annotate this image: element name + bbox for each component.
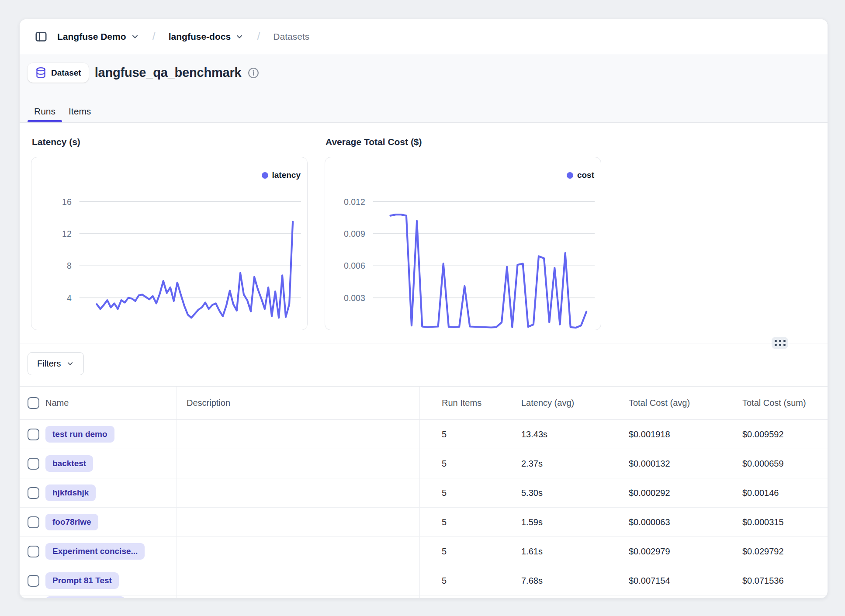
project-label: langfuse-docs bbox=[169, 31, 231, 42]
run-items-cell: 5 bbox=[420, 459, 499, 469]
legend-dot-icon bbox=[262, 172, 268, 179]
svg-text:8: 8 bbox=[67, 261, 72, 270]
legend-dot-icon bbox=[567, 172, 573, 179]
table-header: Name Description Run Items Latency (avg)… bbox=[20, 386, 828, 420]
cost-chart-svg: 0.0120.0090.0060.003 bbox=[325, 157, 601, 330]
column-header-total-cost-avg: Total Cost (avg) bbox=[607, 398, 720, 408]
run-name-badge[interactable]: test run demo bbox=[45, 426, 114, 443]
row-checkbox[interactable] bbox=[28, 458, 39, 470]
total-cost-avg-cell: $0.000292 bbox=[607, 488, 720, 498]
total-cost-sum-cell: $0.029792 bbox=[720, 547, 828, 557]
cost-chart: 0.0120.0090.0060.003 cost bbox=[325, 157, 601, 330]
row-checkbox[interactable] bbox=[28, 516, 39, 528]
column-header-latency-avg: Latency (avg) bbox=[499, 398, 607, 408]
dataset-badge-label: Dataset bbox=[51, 68, 81, 78]
run-name-badge[interactable]: foo78riwe bbox=[45, 514, 98, 530]
breadcrumb-workspace[interactable]: Langfuse Demo bbox=[57, 31, 139, 42]
run-items-cell: 5 bbox=[420, 517, 499, 527]
latency-legend: latency bbox=[262, 170, 301, 180]
tab-runs[interactable]: Runs bbox=[28, 106, 62, 122]
cost-chart-block: Average Total Cost ($) 0.0120.0090.0060.… bbox=[325, 137, 601, 343]
column-header-run-items: Run Items bbox=[420, 398, 499, 408]
latency-avg-cell: 5.30s bbox=[499, 488, 607, 498]
description-cell bbox=[177, 508, 420, 536]
total-cost-avg-cell: $0.000063 bbox=[607, 517, 720, 527]
filters-button-label: Filters bbox=[37, 359, 61, 369]
breadcrumb-section[interactable]: Datasets bbox=[273, 31, 309, 42]
description-cell bbox=[177, 420, 420, 449]
svg-text:4: 4 bbox=[67, 293, 72, 303]
charts-section: Latency (s) 161284 latency Average Total… bbox=[20, 123, 828, 343]
info-icon[interactable] bbox=[248, 67, 259, 79]
description-cell bbox=[177, 566, 420, 595]
breadcrumb-project[interactable]: langfuse-docs bbox=[169, 31, 244, 42]
run-name-badge[interactable] bbox=[45, 596, 125, 599]
row-checkbox[interactable] bbox=[28, 429, 39, 440]
workspace-label: Langfuse Demo bbox=[57, 31, 126, 42]
total-cost-avg-cell: $0.007154 bbox=[607, 576, 720, 586]
chevron-down-icon bbox=[131, 32, 139, 41]
tab-items[interactable]: Items bbox=[62, 106, 97, 122]
latency-chart-svg: 161284 bbox=[31, 157, 307, 330]
tab-bar: Runs Items bbox=[28, 106, 97, 122]
total-cost-avg-cell: $0.000132 bbox=[607, 459, 720, 469]
svg-text:0.003: 0.003 bbox=[344, 293, 365, 303]
table-row[interactable]: backtest 5 2.37s $0.000132 $0.000659 bbox=[20, 449, 828, 478]
table-row[interactable]: test run demo 5 13.43s $0.001918 $0.0095… bbox=[20, 420, 828, 449]
run-name-badge[interactable]: Prompt 81 Test bbox=[45, 572, 119, 589]
table-row[interactable]: Prompt 81 Test 5 7.68s $0.007154 $0.0715… bbox=[20, 566, 828, 595]
run-items-cell: 5 bbox=[420, 547, 499, 557]
column-header-name: Name bbox=[45, 398, 69, 408]
svg-text:0.012: 0.012 bbox=[344, 197, 365, 207]
latency-avg-cell: 7.68s bbox=[499, 576, 607, 586]
chevron-down-icon bbox=[235, 32, 244, 41]
total-cost-avg-cell: $0.002979 bbox=[607, 547, 720, 557]
total-cost-sum-cell: $0.071536 bbox=[720, 576, 828, 586]
row-checkbox[interactable] bbox=[28, 546, 39, 557]
latency-chart-title: Latency (s) bbox=[32, 137, 308, 147]
total-cost-sum-cell: $0.000659 bbox=[720, 459, 828, 469]
breadcrumb-separator: / bbox=[253, 30, 263, 43]
latency-avg-cell: 1.61s bbox=[499, 547, 607, 557]
table-row[interactable]: hjkfdshjk 5 5.30s $0.000292 $0.00146 bbox=[20, 478, 828, 508]
column-header-description: Description bbox=[177, 387, 420, 419]
sidebar-toggle-icon[interactable] bbox=[35, 30, 48, 43]
total-cost-sum-cell: $0.009592 bbox=[720, 429, 828, 440]
run-name-badge[interactable]: backtest bbox=[45, 455, 93, 472]
svg-text:0.009: 0.009 bbox=[344, 229, 365, 239]
latency-avg-cell: 1.59s bbox=[499, 517, 607, 527]
table-row-partial[interactable] bbox=[20, 595, 828, 599]
description-cell bbox=[177, 449, 420, 478]
row-checkbox[interactable] bbox=[28, 575, 39, 587]
cost-legend: cost bbox=[567, 170, 594, 180]
table-row[interactable]: foo78riwe 5 1.59s $0.000063 $0.000315 bbox=[20, 508, 828, 537]
legend-label: cost bbox=[577, 170, 594, 180]
latency-avg-cell: 13.43s bbox=[499, 429, 607, 440]
database-icon bbox=[35, 67, 47, 79]
filters-button[interactable]: Filters bbox=[28, 352, 84, 375]
description-cell bbox=[177, 537, 420, 566]
total-cost-avg-cell: $0.001918 bbox=[607, 429, 720, 440]
dataset-header: Dataset langfuse_qa_benchmark Runs Items bbox=[20, 54, 828, 123]
run-items-cell: 5 bbox=[420, 576, 499, 586]
latency-chart-block: Latency (s) 161284 latency bbox=[31, 137, 308, 343]
dataset-badge: Dataset bbox=[28, 63, 89, 83]
legend-label: latency bbox=[272, 170, 301, 180]
run-name-badge[interactable]: Experiment concise... bbox=[45, 543, 145, 560]
run-name-badge[interactable]: hjkfdshjk bbox=[45, 484, 96, 501]
latency-chart: 161284 latency bbox=[31, 157, 308, 330]
svg-text:16: 16 bbox=[62, 197, 72, 207]
runs-table-body: test run demo 5 13.43s $0.001918 $0.0095… bbox=[20, 420, 828, 595]
svg-text:12: 12 bbox=[62, 229, 72, 239]
run-items-cell: 5 bbox=[420, 488, 499, 498]
resize-handle-icon[interactable] bbox=[772, 337, 788, 349]
table-row[interactable]: Experiment concise... 5 1.61s $0.002979 … bbox=[20, 537, 828, 566]
description-cell bbox=[177, 478, 420, 507]
total-cost-sum-cell: $0.00146 bbox=[720, 488, 828, 498]
row-checkbox[interactable] bbox=[28, 487, 39, 499]
total-cost-sum-cell: $0.000315 bbox=[720, 517, 828, 527]
page-title: langfuse_qa_benchmark bbox=[95, 66, 242, 80]
select-all-checkbox[interactable] bbox=[28, 397, 39, 409]
breadcrumb: Langfuse Demo / langfuse-docs / Datasets bbox=[20, 19, 828, 54]
column-header-total-cost-sum: Total Cost (sum) bbox=[720, 398, 828, 408]
